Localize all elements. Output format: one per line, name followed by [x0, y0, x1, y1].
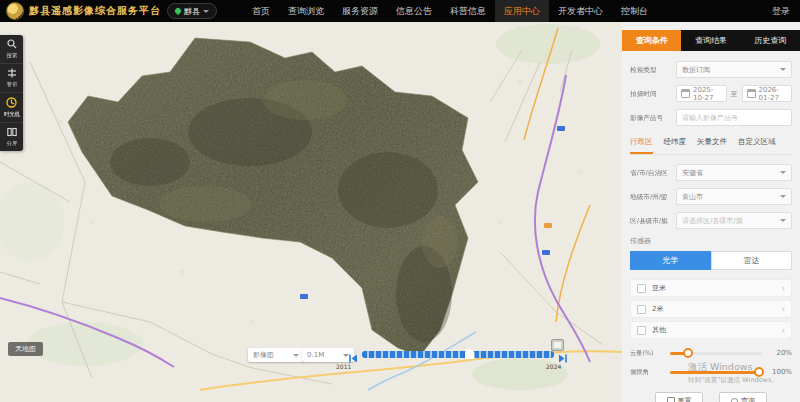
- province-select[interactable]: 安徽省: [676, 164, 792, 181]
- nav-console[interactable]: 控制台: [612, 0, 657, 22]
- nav-home[interactable]: 首页: [243, 0, 279, 22]
- timeline-start-year: 2011: [336, 363, 351, 370]
- tool-swipe[interactable]: 卷帘: [0, 64, 23, 93]
- map-canvas[interactable]: [0, 22, 622, 402]
- tool-split-screen[interactable]: 分屏: [0, 123, 23, 151]
- cloud-cover-value: 20%: [768, 349, 792, 357]
- county-label: 区/县级市/旗: [630, 216, 674, 226]
- calendar-icon: [747, 89, 756, 98]
- split-icon: [7, 127, 17, 137]
- tab-query-conditions[interactable]: 查询条件: [622, 30, 681, 51]
- map-attribution: 天地图: [8, 342, 43, 356]
- chevron-down-icon: [780, 219, 786, 222]
- map-tool-rail: 搜索 卷帘 时光机 分屏: [0, 35, 23, 151]
- search-icon: [731, 398, 738, 402]
- tab-admin-region[interactable]: 行政区: [630, 133, 653, 154]
- product-id-input[interactable]: [676, 109, 792, 126]
- date-range-separator: 至: [731, 89, 738, 99]
- city-select[interactable]: 黄山市: [676, 188, 792, 205]
- login-link[interactable]: 登录: [772, 5, 790, 18]
- toggle-radar[interactable]: 雷达: [711, 251, 792, 270]
- slider-knob[interactable]: [683, 348, 693, 358]
- tab-vector-file[interactable]: 矢量文件: [697, 133, 727, 154]
- reset-button[interactable]: 重置: [655, 392, 703, 402]
- calendar-icon: [681, 89, 690, 98]
- search-type-label: 检索类型: [630, 65, 674, 75]
- roll-angle-slider[interactable]: [670, 371, 762, 374]
- checkbox-icon[interactable]: [637, 305, 646, 314]
- slider-knob[interactable]: [754, 367, 764, 377]
- start-date-input[interactable]: 2025-10-27: [676, 85, 727, 102]
- tab-query-history[interactable]: 历史查询: [741, 30, 800, 51]
- sensor-section-label: 传感器: [630, 236, 792, 246]
- checkbox-icon[interactable]: [637, 326, 646, 335]
- city-label: 地级市/州/盟: [630, 192, 674, 202]
- roll-angle-value: 100%: [768, 368, 792, 376]
- area-mode-tabs: 行政区 经纬度 矢量文件 自定义区域: [630, 133, 792, 155]
- capture-time-label: 拍摄时间: [630, 89, 674, 99]
- chevron-down-icon: [293, 354, 299, 357]
- checkbox-icon[interactable]: [637, 284, 646, 293]
- sensor-option-submeter[interactable]: 亚米 ›: [630, 279, 792, 297]
- product-id-label: 影像产品号: [630, 113, 674, 123]
- province-label: 省/市/自治区: [630, 168, 674, 178]
- toggle-optical[interactable]: 光学: [630, 251, 711, 270]
- sensor-option-other[interactable]: 其他 ›: [630, 321, 792, 339]
- chevron-down-icon: [780, 68, 786, 71]
- nav-developer-center[interactable]: 开发者中心: [549, 0, 612, 22]
- region-selector[interactable]: 黟县: [167, 3, 217, 19]
- query-panel: 查询条件 查询结果 历史查询 检索类型 数据订阅 拍摄时间 2025-10-27…: [622, 22, 800, 402]
- search-type-select[interactable]: 数据订阅: [676, 61, 792, 78]
- tab-lat-lon[interactable]: 经纬度: [664, 133, 687, 154]
- basemap-graphic: [0, 22, 622, 402]
- chevron-right-icon: ›: [781, 326, 785, 335]
- snapshot-icon[interactable]: [551, 339, 564, 351]
- tool-time-machine[interactable]: 时光机: [0, 93, 23, 123]
- timeline-track[interactable]: [362, 351, 554, 358]
- search-icon: [7, 39, 17, 49]
- app-logo-icon: [6, 2, 24, 20]
- basemap-select[interactable]: 影像图: [248, 348, 304, 362]
- clock-icon: [6, 97, 17, 108]
- app-title: 黟县遥感影像综合服务平台: [29, 4, 161, 18]
- chevron-down-icon: [780, 171, 786, 174]
- region-label: 黟县: [184, 6, 200, 17]
- cloud-cover-slider[interactable]: [670, 352, 762, 355]
- nav-science-info[interactable]: 科普信息: [441, 0, 495, 22]
- query-button[interactable]: 查询: [719, 392, 767, 402]
- chevron-down-icon: [203, 10, 209, 13]
- county-select[interactable]: 请选择区/县级市/旗: [676, 212, 792, 229]
- tab-custom-region[interactable]: 自定义区域: [738, 133, 776, 154]
- tool-search[interactable]: 搜索: [0, 35, 23, 64]
- reset-icon: [667, 397, 675, 402]
- chevron-down-icon: [780, 195, 786, 198]
- top-navbar: 黟县遥感影像综合服务平台 黟县 首页 查询浏览 服务资源 信息公告 科普信息 应…: [0, 0, 800, 22]
- end-date-input[interactable]: 2026-01-27: [742, 85, 793, 102]
- nav-browse[interactable]: 查询浏览: [279, 0, 333, 22]
- chevron-right-icon: ›: [781, 284, 785, 293]
- nav-app-center[interactable]: 应用中心: [495, 0, 549, 22]
- chevron-right-icon: ›: [781, 305, 785, 314]
- timeline-prev-button[interactable]: [348, 349, 358, 360]
- tab-query-results[interactable]: 查询结果: [681, 30, 740, 51]
- roll-angle-label: 侧摆角: [630, 368, 661, 377]
- nav-resources[interactable]: 服务资源: [333, 0, 387, 22]
- panel-tabs: 查询条件 查询结果 历史查询: [622, 30, 800, 51]
- swipe-icon: [7, 68, 17, 78]
- sensor-toggle: 光学 雷达: [630, 251, 792, 270]
- resolution-select[interactable]: 0.1M: [302, 348, 354, 362]
- cloud-cover-label: 云量(%): [630, 349, 661, 358]
- location-pin-icon: [174, 7, 182, 15]
- main-nav: 首页 查询浏览 服务资源 信息公告 科普信息 应用中心 开发者中心 控制台: [243, 0, 657, 22]
- sensor-option-2m[interactable]: 2米 ›: [630, 300, 792, 318]
- nav-announcements[interactable]: 信息公告: [387, 0, 441, 22]
- timeline-end-year: 2024: [546, 363, 561, 370]
